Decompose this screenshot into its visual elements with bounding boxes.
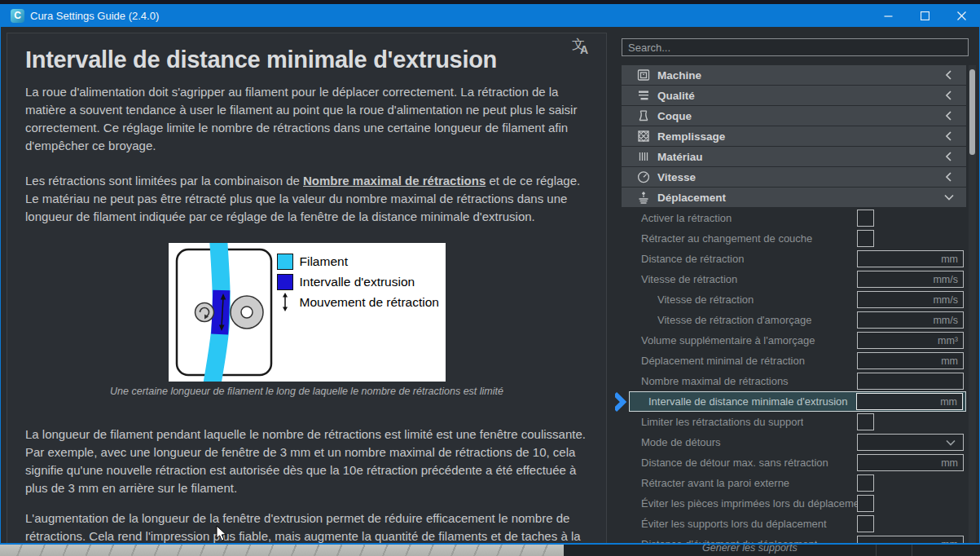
category-label: Qualité — [657, 90, 695, 102]
setting-checkbox[interactable] — [857, 413, 874, 430]
setting-value-input[interactable]: mm — [857, 352, 964, 369]
titlebar: C Cura Settings Guide (2.4.0) — [0, 4, 980, 27]
window-title: Cura Settings Guide (2.4.0) — [30, 10, 159, 22]
unit-label: mm — [941, 457, 958, 469]
setting-value-input[interactable]: mm — [857, 454, 964, 471]
chevron-left-icon — [942, 88, 956, 103]
category-label: Machine — [657, 69, 701, 82]
category-coque[interactable]: Coque — [622, 106, 966, 126]
setting-vitesse-de-retraction-d-amorcage[interactable]: Vitesse de rétraction d'amorçagemm/s — [622, 310, 966, 330]
setting-distance-de-retraction[interactable]: Distance de rétractionmm — [622, 249, 966, 269]
setting-control — [857, 230, 966, 247]
minimize-button[interactable] — [870, 4, 907, 27]
setting-value-input[interactable]: mm³ — [857, 332, 964, 349]
setting-label: Distance de rétraction — [641, 253, 744, 265]
setting-checkbox[interactable] — [857, 474, 874, 492]
travel-icon — [636, 190, 651, 205]
setting-vitesse-de-retraction[interactable]: Vitesse de rétractionmm/s — [622, 269, 966, 289]
close-icon — [957, 11, 966, 20]
settings-tree: MachineQualitéCoqueRemplissageMatériauVi… — [622, 65, 966, 545]
category-label: Remplissage — [657, 130, 725, 143]
setting-intervalle-de-distance-minimale-d-extrusion[interactable]: Intervalle de distance minimale d'extrus… — [629, 391, 966, 412]
setting-control — [857, 515, 966, 532]
setting-control — [857, 373, 966, 390]
current-setting-arrow-icon — [615, 391, 629, 413]
setting-value-input[interactable]: mm/s — [857, 271, 964, 288]
background-separator — [876, 545, 877, 556]
close-button[interactable] — [943, 4, 980, 27]
translate-icon[interactable]: 文A — [570, 37, 593, 60]
minimize-icon — [884, 11, 893, 20]
category-deplacement[interactable]: Déplacement — [622, 188, 966, 207]
category-machine[interactable]: Machine — [622, 65, 966, 85]
category-label: Matériau — [657, 151, 703, 163]
chevron-left-icon — [942, 170, 956, 184]
setting-deplacement-minimal-de-retraction[interactable]: Déplacement minimal de rétractionmm — [622, 351, 966, 371]
setting-label: Nombre maximal de rétractions — [641, 375, 789, 387]
setting-activer-la-retraction[interactable]: Activer la rétraction — [622, 208, 966, 228]
category-remplissage[interactable]: Remplissage — [622, 126, 966, 146]
figure-legend: FilamentIntervalle d'extrusionMouvement … — [277, 251, 439, 312]
category-vitesse[interactable]: Vitesse — [622, 167, 966, 187]
page-title: Intervalle de distance minimale d'extrus… — [25, 46, 588, 73]
setting-mode-de-detours[interactable]: Mode de détours — [622, 432, 966, 452]
setting-label: Volume supplémentaire à l'amorçage — [641, 334, 815, 346]
speedometer-icon — [636, 170, 651, 184]
legend-swatch — [277, 274, 293, 290]
sidebar-scrollbar-thumb[interactable] — [969, 69, 975, 155]
setting-checkbox[interactable] — [857, 230, 874, 247]
setting-distance-de-detour-max-sans-retraction[interactable]: Distance de détour max. sans rétractionm… — [622, 452, 966, 473]
setting-label: Intervalle de distance minimale d'extrus… — [648, 395, 848, 408]
chevron-down-icon — [943, 435, 958, 450]
setting-checkbox[interactable] — [857, 515, 874, 532]
background-settings-strip: Générer les supports — [564, 545, 980, 556]
setting-checkbox[interactable] — [857, 495, 874, 512]
setting-label: Distance de détour max. sans rétraction — [641, 457, 828, 469]
cura-logo-icon: C — [11, 9, 24, 23]
chevron-left-icon — [942, 149, 956, 164]
setting-dropdown[interactable] — [857, 434, 964, 451]
setting-control: mm/s — [857, 311, 966, 329]
setting-control — [857, 474, 966, 492]
unit-label: mm³ — [938, 335, 958, 346]
setting-control: mm³ — [857, 332, 966, 349]
setting-value-input[interactable]: mm — [856, 393, 963, 410]
legend-label: Mouvement de rétraction — [300, 295, 439, 310]
setting-eviter-les-supports-lors-du-deplacement[interactable]: Éviter les supports lors du déplacement — [622, 514, 966, 534]
background-setting-label: Générer les supports — [702, 545, 798, 554]
shell-icon — [636, 108, 651, 123]
setting-link-max-retractions[interactable]: Nombre maximal de rétractions — [303, 174, 486, 188]
setting-eviter-les-pieces-imprimees-lors-du-deplacement[interactable]: Éviter les pièces imprimées lors du dépl… — [622, 493, 966, 514]
setting-volume-supplementaire-a-l-amorcage[interactable]: Volume supplémentaire à l'amorçagemm³ — [622, 330, 966, 351]
chevron-left-icon — [942, 129, 956, 143]
setting-vitesse-de-retraction[interactable]: Vitesse de rétractionmm/s — [622, 289, 966, 310]
setting-label: Éviter les supports lors du déplacement — [641, 518, 827, 530]
setting-control — [857, 495, 966, 512]
setting-nombre-maximal-de-retractions[interactable]: Nombre maximal de rétractions — [622, 371, 966, 391]
legend-item-intervalle-d-extrusion: Intervalle d'extrusion — [277, 271, 439, 292]
layers-icon — [636, 88, 651, 103]
search-input[interactable] — [622, 38, 969, 56]
setting-value-input[interactable] — [857, 373, 964, 390]
sidebar-scrollbar[interactable] — [969, 65, 976, 545]
category-qualite[interactable]: Qualité — [622, 86, 966, 105]
setting-retracter-avant-la-paroi-externe[interactable]: Rétracter avant la paroi externe — [622, 473, 966, 493]
chevron-left-icon — [942, 108, 956, 123]
setting-checkbox[interactable] — [857, 210, 874, 227]
unit-label: mm/s — [933, 294, 958, 306]
chevron-down-icon — [942, 190, 956, 205]
setting-control: mm — [857, 454, 966, 471]
setting-limiter-les-retractations-du-support[interactable]: Limiter les rétractations du support — [622, 412, 966, 432]
setting-value-input[interactable]: mm — [857, 250, 964, 267]
setting-label: Limiter les rétractations du support — [641, 416, 803, 428]
setting-value-input[interactable]: mm/s — [857, 311, 964, 329]
figure-diagram: FilamentIntervalle d'extrusionMouvement … — [169, 243, 446, 382]
maximize-button[interactable] — [907, 4, 943, 27]
setting-control: mm — [857, 250, 966, 267]
setting-value-input[interactable]: mm/s — [857, 291, 964, 308]
paragraph-4: L'augmentation de la longueur de la fenê… — [25, 510, 588, 545]
vertical-double-arrow-icon — [277, 293, 293, 311]
unit-label: mm — [941, 254, 958, 265]
category-materiau[interactable]: Matériau — [622, 147, 966, 166]
setting-retracter-au-changement-de-couche[interactable]: Rétracter au changement de couche — [622, 228, 966, 249]
